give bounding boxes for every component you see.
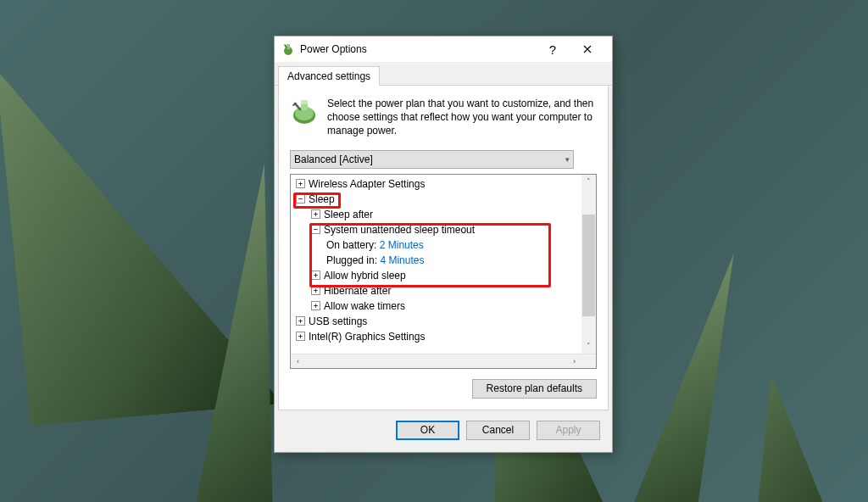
tree-item-system-unattended-sleep-timeout[interactable]: − System unattended sleep timeout [291, 222, 596, 237]
plugged-in-value[interactable]: 4 Minutes [380, 254, 424, 266]
tree-item-hibernate-after[interactable]: + Hibernate after [291, 283, 596, 298]
desktop-leaf-decoration [730, 370, 837, 502]
tab-strip: Advanced settings [275, 62, 612, 86]
scroll-up-icon[interactable]: ˄ [581, 175, 596, 189]
expand-icon[interactable]: + [296, 179, 305, 188]
vertical-scrollbar[interactable]: ˄ ˅ [581, 175, 596, 354]
svg-rect-5 [301, 100, 308, 104]
collapse-icon[interactable]: − [296, 194, 305, 204]
chevron-down-icon: ▾ [565, 155, 570, 164]
tree-item-intel-graphics[interactable]: + Intel(R) Graphics Settings [291, 329, 596, 344]
close-button[interactable] [568, 36, 607, 62]
scroll-right-icon[interactable]: › [567, 354, 581, 368]
titlebar[interactable]: Power Options ? [275, 36, 612, 62]
power-plan-select[interactable]: Balanced [Active] ▾ [290, 150, 574, 169]
expand-icon[interactable]: + [311, 209, 320, 219]
titlebar-title: Power Options [300, 43, 537, 55]
tab-advanced-settings[interactable]: Advanced settings [278, 66, 380, 86]
collapse-icon[interactable]: − [311, 225, 320, 234]
expand-icon[interactable]: + [311, 301, 320, 310]
tree-item-on-battery[interactable]: On battery: 2 Minutes [291, 237, 596, 253]
tree-item-plugged-in[interactable]: Plugged in: 4 Minutes [291, 253, 596, 268]
intro-section: Select the power plan that you want to c… [290, 97, 597, 138]
tree-viewport[interactable]: + Wireless Adapter Settings − Sleep + Sl… [291, 175, 596, 354]
expand-icon[interactable]: + [296, 316, 305, 326]
scrollbar-track[interactable] [305, 354, 567, 368]
power-options-dialog: Power Options ? Advanced settings Se [274, 36, 613, 453]
help-button[interactable]: ? [537, 36, 568, 62]
tree-item-sleep-after[interactable]: + Sleep after [291, 207, 596, 222]
dialog-button-row: OK Cancel Apply [275, 414, 612, 452]
settings-tree: + Wireless Adapter Settings − Sleep + Sl… [290, 174, 597, 369]
expand-icon[interactable]: + [311, 271, 320, 280]
tree-item-usb-settings[interactable]: + USB settings [291, 314, 596, 329]
scroll-left-icon[interactable]: ‹ [291, 354, 305, 368]
horizontal-scrollbar[interactable]: ‹ › [291, 354, 596, 368]
apply-button: Apply [537, 421, 600, 440]
scrollbar-corner [581, 354, 596, 368]
expand-icon[interactable]: + [296, 332, 305, 341]
svg-rect-1 [287, 44, 290, 49]
tab-panel: Select the power plan that you want to c… [278, 86, 609, 410]
restore-plan-defaults-button[interactable]: Restore plan defaults [472, 379, 597, 399]
power-options-icon [281, 42, 295, 56]
tree-item-allow-wake-timers[interactable]: + Allow wake timers [291, 298, 596, 314]
ok-button[interactable]: OK [396, 421, 459, 440]
tree-item-allow-hybrid-sleep[interactable]: + Allow hybrid sleep [291, 268, 596, 283]
plan-select-value: Balanced [Active] [294, 153, 373, 165]
close-icon [583, 45, 592, 53]
on-battery-value[interactable]: 2 Minutes [380, 239, 424, 251]
scroll-down-icon[interactable]: ˅ [581, 339, 596, 354]
desktop-leaf-decoration [597, 240, 782, 502]
tree-item-wireless[interactable]: + Wireless Adapter Settings [291, 176, 596, 192]
cancel-button[interactable]: Cancel [466, 421, 530, 440]
intro-text: Select the power plan that you want to c… [327, 97, 597, 138]
scrollbar-track[interactable] [581, 189, 596, 339]
scrollbar-thumb[interactable] [582, 215, 595, 316]
expand-icon[interactable]: + [311, 286, 320, 295]
power-plan-icon [290, 97, 319, 126]
tree-item-sleep[interactable]: − Sleep [291, 192, 596, 207]
